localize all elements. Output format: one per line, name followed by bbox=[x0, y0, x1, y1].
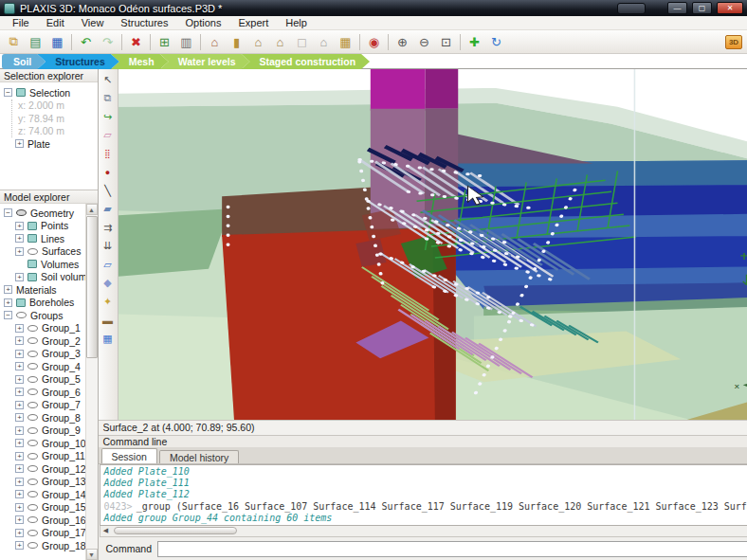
open-project-icon[interactable]: ▤ bbox=[25, 32, 46, 52]
tree-item-group[interactable]: + Group_4 bbox=[0, 360, 98, 373]
tree-item-group[interactable]: + Group_6 bbox=[0, 386, 98, 399]
create-surface-icon[interactable]: ▱ bbox=[100, 128, 116, 143]
tree-item-group[interactable]: + Group_2 bbox=[0, 334, 98, 348]
zoom-out-icon[interactable]: ⊖ bbox=[413, 32, 435, 52]
point-tool-icon[interactable]: ◉ bbox=[363, 32, 385, 52]
zoom-rectangle-icon[interactable]: ⊡ bbox=[435, 32, 457, 52]
minimize-button[interactable]: — bbox=[667, 2, 687, 14]
tree-item-group[interactable]: + Group_13 bbox=[0, 476, 98, 489]
tree-item-points[interactable]: + Points bbox=[0, 220, 98, 233]
expander-icon[interactable]: − bbox=[4, 88, 12, 97]
expander-icon[interactable]: + bbox=[15, 439, 24, 447]
tree-item-plate[interactable]: + Plate bbox=[0, 137, 98, 151]
tree-item-boreholes[interactable]: + Boreholes bbox=[0, 297, 98, 310]
save-icon[interactable]: ▦ bbox=[46, 32, 68, 52]
tree-item-group[interactable]: + Group_9 bbox=[0, 425, 98, 438]
create-anchor-icon[interactable]: ✦ bbox=[100, 294, 116, 309]
expander-icon[interactable]: + bbox=[15, 324, 24, 333]
close-button[interactable]: ✕ bbox=[717, 2, 743, 14]
menu-view[interactable]: View bbox=[73, 16, 113, 30]
create-volume-icon[interactable]: ◆ bbox=[100, 276, 116, 291]
expander-icon[interactable]: + bbox=[15, 452, 24, 461]
tree-item-group[interactable]: + Group_7 bbox=[0, 399, 98, 412]
tree-item-group[interactable]: + Group_1 bbox=[0, 322, 98, 335]
scroll-left-icon[interactable]: ◀ bbox=[100, 526, 112, 535]
expander-icon[interactable]: + bbox=[15, 222, 24, 230]
titlebar-overlay-button[interactable] bbox=[617, 3, 646, 14]
tree-item-soil-volumes[interactable]: + Soil volumes bbox=[0, 271, 98, 284]
create-polygon-icon[interactable]: ▰ bbox=[100, 202, 116, 217]
tree-item-geometry[interactable]: − Geometry bbox=[0, 207, 98, 220]
tree-item-materials[interactable]: + Materials bbox=[0, 283, 98, 297]
scroll-up-icon[interactable]: ▲ bbox=[86, 204, 98, 215]
tab-water-levels[interactable]: Water levels bbox=[160, 54, 250, 69]
expander-icon[interactable]: + bbox=[15, 529, 24, 537]
move-object-icon[interactable]: ↪ bbox=[100, 109, 116, 124]
expander-icon[interactable]: + bbox=[15, 247, 24, 256]
zoom-in-icon[interactable]: ⊕ bbox=[392, 32, 413, 52]
expander-icon[interactable]: + bbox=[15, 541, 24, 550]
pan-icon[interactable]: ✚ bbox=[464, 32, 485, 52]
tree-item-group[interactable]: + Group_10 bbox=[0, 437, 98, 450]
expander-icon[interactable]: + bbox=[15, 362, 24, 370]
command-input[interactable] bbox=[157, 541, 747, 557]
tree-item-group[interactable]: + Group_3 bbox=[0, 348, 98, 361]
house-tan-icon[interactable]: ⌂ bbox=[247, 32, 269, 52]
expander-icon[interactable]: + bbox=[4, 298, 12, 307]
expander-icon[interactable]: − bbox=[4, 208, 12, 217]
scrollbar-thumb[interactable] bbox=[114, 527, 237, 534]
maximize-button[interactable]: ▢ bbox=[692, 2, 712, 14]
tree-item-group[interactable]: + Group_15 bbox=[0, 501, 98, 515]
rotate-icon[interactable]: ↻ bbox=[485, 32, 507, 52]
expander-icon[interactable]: + bbox=[15, 234, 24, 243]
borehole-icon[interactable]: ▮ bbox=[226, 32, 247, 52]
select-multiple-icon[interactable]: ⧉ bbox=[100, 91, 116, 106]
tree-item-group[interactable]: + Group_17 bbox=[0, 527, 98, 540]
tree-item-group[interactable]: + Group_14 bbox=[0, 488, 98, 501]
tab-mesh[interactable]: Mesh bbox=[111, 54, 169, 69]
expander-icon[interactable]: + bbox=[15, 503, 24, 512]
tab-session[interactable]: Session bbox=[101, 448, 157, 463]
tree-item-group[interactable]: + Group_11 bbox=[0, 450, 98, 463]
tree-item-group[interactable]: + Group_8 bbox=[0, 411, 98, 425]
tab-staged-construction[interactable]: Staged construction bbox=[242, 54, 371, 69]
command-panel-toggle-icon[interactable]: ▦ bbox=[100, 331, 116, 346]
tab-structures[interactable]: Structures bbox=[37, 54, 119, 69]
create-line-load-icon[interactable]: ⇉ bbox=[100, 220, 116, 235]
warehouse-icon[interactable]: ⌂ bbox=[269, 32, 291, 52]
expander-icon[interactable]: + bbox=[15, 273, 24, 281]
tab-soil[interactable]: Soil bbox=[2, 54, 46, 69]
expander-icon[interactable]: + bbox=[4, 285, 12, 294]
building-icon[interactable]: ▦ bbox=[335, 32, 356, 52]
print-icon[interactable]: ▥ bbox=[175, 32, 197, 52]
scrollbar-thumb[interactable] bbox=[86, 216, 98, 358]
frame-icon[interactable]: ◻ bbox=[291, 32, 313, 52]
expander-icon[interactable]: + bbox=[15, 464, 24, 473]
tree-item-group[interactable]: + Group_18 bbox=[0, 539, 98, 552]
delete-icon[interactable]: ✖ bbox=[125, 32, 147, 52]
viewport-3d[interactable]: z x y bbox=[118, 69, 747, 420]
export-image-icon[interactable]: ⊞ bbox=[154, 32, 175, 52]
tree-item-group[interactable]: + Group_12 bbox=[0, 462, 98, 476]
expander-icon[interactable]: + bbox=[15, 413, 24, 422]
scroll-down-icon[interactable]: ▼ bbox=[86, 549, 98, 560]
create-point-icon[interactable]: ● bbox=[100, 165, 116, 180]
menu-expert[interactable]: Expert bbox=[229, 16, 277, 30]
expander-icon[interactable]: + bbox=[15, 515, 24, 524]
expander-icon[interactable]: + bbox=[15, 139, 24, 148]
tree-item-volumes[interactable]: Volumes bbox=[0, 258, 98, 271]
create-array-icon[interactable]: ⣿ bbox=[100, 146, 116, 161]
house-outline-icon[interactable]: ⌂ bbox=[313, 32, 335, 52]
menu-file[interactable]: File bbox=[4, 16, 38, 30]
house-red-roof-icon[interactable]: ⌂ bbox=[204, 32, 226, 52]
select-tool-icon[interactable]: ↖ bbox=[100, 72, 116, 87]
create-water-surface-icon[interactable]: ▱ bbox=[100, 257, 116, 272]
menu-options[interactable]: Options bbox=[177, 16, 230, 30]
menu-edit[interactable]: Edit bbox=[38, 16, 73, 30]
expander-icon[interactable]: + bbox=[15, 350, 24, 358]
expander-icon[interactable]: + bbox=[15, 478, 24, 486]
create-surface-load-icon[interactable]: ⇊ bbox=[100, 239, 116, 254]
expander-icon[interactable]: + bbox=[15, 426, 24, 435]
undo-icon[interactable]: ↶ bbox=[75, 32, 97, 52]
expander-icon[interactable]: + bbox=[15, 336, 24, 345]
